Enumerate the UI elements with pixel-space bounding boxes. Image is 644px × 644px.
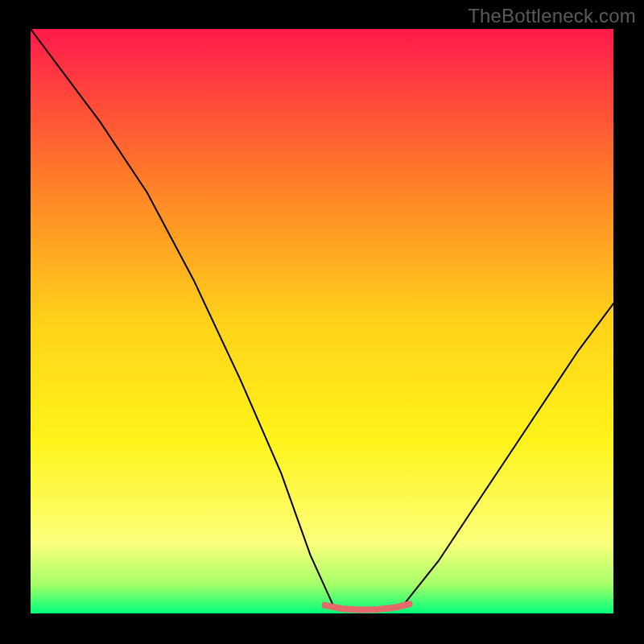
watermark-text: TheBottleneck.com xyxy=(468,5,636,27)
chart-frame: TheBottleneck.com xyxy=(0,0,644,644)
bottleneck-chart xyxy=(0,0,644,644)
plot-background xyxy=(31,29,613,613)
